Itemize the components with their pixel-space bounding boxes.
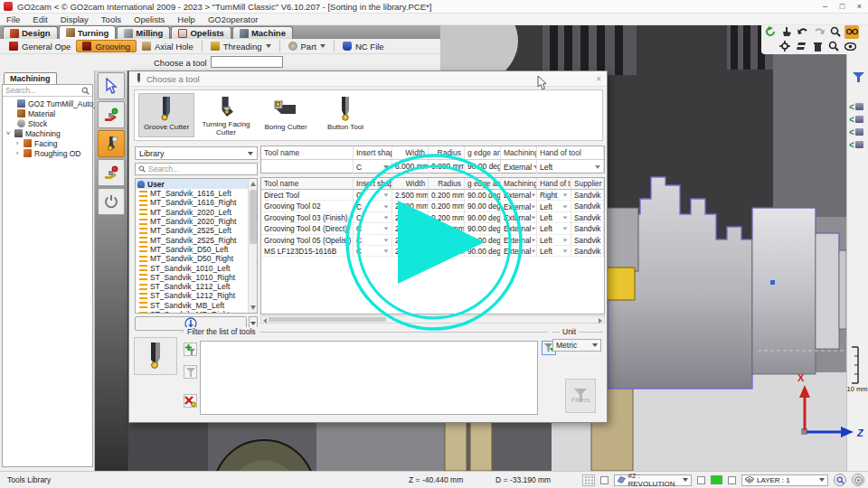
plane-checkbox[interactable]: [600, 476, 609, 484]
library-item[interactable]: MT_Sandvik_2525_Right: [136, 235, 257, 244]
redo-icon[interactable]: [812, 25, 826, 39]
library-item[interactable]: ST_Sandvik_1212_Left: [136, 282, 257, 291]
choose-tool-input[interactable]: [211, 56, 283, 68]
library-item[interactable]: ST_Sandvik_MB_Right: [136, 310, 257, 314]
zoom-icon[interactable]: [828, 25, 843, 39]
unit-select[interactable]: Metric: [552, 339, 601, 352]
menu-help[interactable]: Help: [171, 14, 202, 24]
current-color-swatch[interactable]: [711, 475, 722, 484]
collapsed-panel-2[interactable]: <: [849, 114, 863, 125]
tree-item-roughing-od[interactable]: › Roughing OD: [3, 148, 92, 158]
tool-type-button-tool[interactable]: Button Tool: [317, 93, 373, 137]
scroll-down-icon[interactable]: [250, 305, 256, 310]
library-item[interactable]: MT_Sandvik_2525_Left: [136, 226, 257, 235]
filters-button[interactable]: Filters: [565, 379, 596, 413]
tree-item-turnmill[interactable]: GO2 TurnMill_Auto_Ope: [3, 99, 92, 108]
library-scrollbar[interactable]: [248, 179, 257, 313]
tab-turning[interactable]: Turning: [59, 25, 117, 39]
machining-icon: [14, 129, 23, 137]
minimize-button[interactable]: –: [816, 1, 834, 13]
regen-icon[interactable]: [778, 40, 792, 53]
menu-display[interactable]: Display: [54, 14, 95, 24]
add-filter-button[interactable]: [184, 343, 197, 356]
tree-search-input[interactable]: Search...: [3, 85, 92, 97]
close-button[interactable]: ×: [851, 1, 868, 13]
maximize-button[interactable]: □: [834, 1, 851, 13]
dialog-close-button[interactable]: ×: [596, 74, 601, 84]
edit-filter-button[interactable]: [184, 365, 197, 379]
nc-file-button[interactable]: NC File: [337, 40, 390, 52]
library-item[interactable]: MT_Sandvik_D50_Right: [136, 254, 257, 263]
library-search-input[interactable]: Search...: [135, 163, 258, 175]
glasses-icon[interactable]: [844, 25, 859, 39]
part-button[interactable]: Part: [283, 40, 331, 52]
button-tool-icon: [335, 96, 355, 123]
tree-item-stock[interactable]: Stock: [3, 118, 92, 128]
tab-design[interactable]: Design: [3, 26, 58, 39]
tab-opelists[interactable]: Opelists: [171, 26, 231, 39]
tree-item-facing[interactable]: › Facing: [3, 138, 92, 148]
collapsed-panel-3[interactable]: <: [849, 127, 863, 137]
tool-ok-button[interactable]: [98, 101, 125, 128]
video-play-overlay[interactable]: [335, 143, 533, 342]
library-item[interactable]: ST_Sandvik_1010_Right: [136, 273, 257, 282]
view-filter-button[interactable]: [851, 70, 865, 85]
refresh-icon[interactable]: [763, 25, 778, 39]
layer-select[interactable]: LAYER : 1: [741, 474, 828, 486]
library-item[interactable]: MT_Sandvik_1616_Right: [136, 198, 257, 207]
grooving-button[interactable]: Grooving: [76, 40, 137, 52]
tree-item-machining[interactable]: ˅ Machining: [3, 128, 92, 138]
library-item[interactable]: MT_Sandvik_2020_Left: [136, 208, 257, 217]
layer-checkbox[interactable]: [728, 476, 736, 484]
library-item[interactable]: ST_Sandvik_MB_Left: [136, 301, 257, 310]
menu-file[interactable]: File: [0, 14, 26, 24]
tree-item-material[interactable]: Material: [3, 108, 92, 118]
scroll-thumb[interactable]: [250, 190, 257, 244]
tool-type-boring-cutter[interactable]: Boring Cutter: [258, 93, 314, 137]
layer-zoom-button[interactable]: [834, 474, 846, 486]
menu-edit[interactable]: Edit: [26, 14, 53, 24]
library-item[interactable]: MT_Sandvik_2020_Right: [136, 217, 257, 226]
pointer-hand-icon[interactable]: [779, 25, 794, 39]
dialog-title-bar[interactable]: Choose a tool ×: [129, 71, 607, 87]
axis-x-label: X: [797, 372, 805, 383]
machining-tab[interactable]: Machining: [4, 72, 57, 84]
menu-tools[interactable]: Tools: [95, 14, 127, 24]
collapsed-panel-4[interactable]: <: [849, 139, 863, 150]
library-item[interactable]: MT_Sandvik_D50_Left: [136, 245, 257, 254]
help-button[interactable]: [852, 474, 864, 486]
tool-cancel-button[interactable]: [98, 159, 125, 186]
active-filters-box[interactable]: [200, 341, 538, 415]
eraser-icon[interactable]: [794, 40, 808, 53]
visibility-icon[interactable]: [843, 40, 857, 53]
zoom-window-icon[interactable]: [826, 40, 841, 53]
menu-go2operator[interactable]: GO2operator: [202, 14, 264, 24]
tab-milling[interactable]: Milling: [117, 26, 170, 39]
grid-toggle-button[interactable]: [582, 474, 595, 486]
plane-select[interactable]: #2 : REVOLUTION: [614, 474, 692, 486]
color-checkbox[interactable]: [697, 476, 705, 484]
scroll-up-icon[interactable]: [250, 182, 256, 186]
filter-hand-select[interactable]: Left: [537, 160, 604, 174]
library-item[interactable]: ST_Sandvik_1010_Left: [136, 263, 257, 272]
library-item[interactable]: MT_Sandvik_1616_Left: [136, 189, 257, 198]
undo-icon[interactable]: [796, 25, 810, 39]
axial-hole-button[interactable]: Axial Hole: [137, 40, 199, 52]
scroll-left-icon[interactable]: [263, 318, 267, 324]
tool-type-groove-cutter[interactable]: Groove Cutter: [138, 93, 194, 137]
clean-icon[interactable]: [810, 40, 825, 53]
menu-opelists[interactable]: Opelists: [127, 14, 171, 24]
delete-filter-button[interactable]: [184, 394, 197, 408]
tab-machine[interactable]: Machine: [232, 26, 293, 39]
general-ope-button[interactable]: General Ope: [4, 40, 76, 52]
library-group-user[interactable]: User: [136, 179, 257, 189]
scroll-right-icon[interactable]: [599, 318, 602, 324]
library-item[interactable]: ST_Sandvik_1212_Right: [136, 291, 257, 300]
collapsed-panel-1[interactable]: <: [849, 101, 863, 112]
library-select[interactable]: Library: [135, 146, 258, 160]
select-cursor-button[interactable]: [98, 72, 125, 99]
tool-choose-button[interactable]: [98, 130, 125, 157]
tool-type-turning-facing-cutter[interactable]: Turning Facing Cutter: [198, 93, 254, 137]
threading-button[interactable]: Threading: [205, 40, 277, 52]
power-button[interactable]: [98, 188, 125, 215]
